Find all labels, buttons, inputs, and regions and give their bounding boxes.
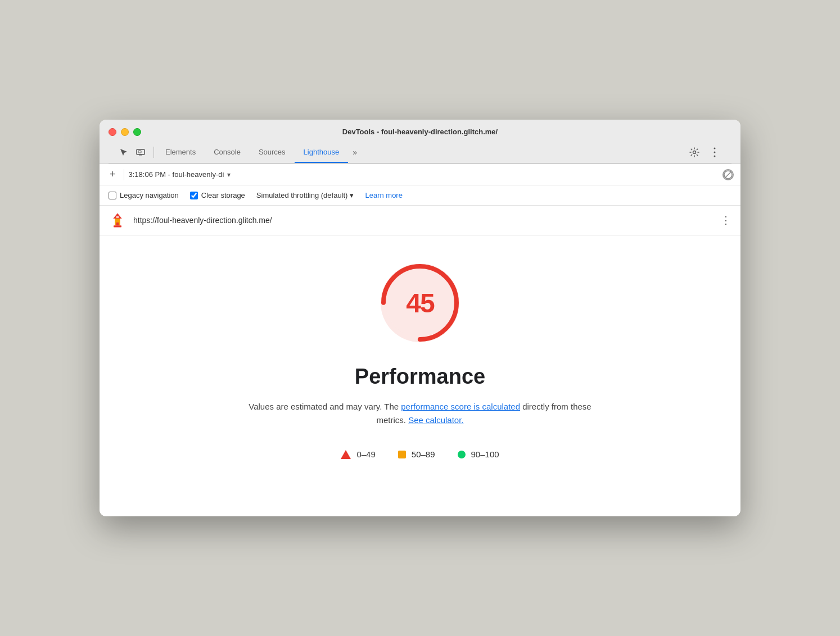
score-gauge: 45 <box>375 258 465 348</box>
url-timestamp-text: 3:18:06 PM - foul-heavenly-di <box>129 170 224 179</box>
calculator-link[interactable]: See calculator. <box>408 415 463 425</box>
tab-console[interactable]: Console <box>205 142 250 163</box>
orange-square-icon <box>398 451 406 458</box>
minimize-button[interactable] <box>121 128 129 136</box>
lighthouse-logo-icon <box>109 211 127 229</box>
svg-rect-0 <box>137 149 144 155</box>
svg-rect-13 <box>116 222 119 225</box>
tabs: Elements Console Sources Lighthouse » <box>156 142 682 162</box>
legend-item-red: 0–49 <box>341 449 375 459</box>
svg-rect-1 <box>139 155 142 156</box>
red-triangle-icon <box>341 450 351 459</box>
tab-divider <box>153 147 154 158</box>
legend-green-range: 90–100 <box>471 449 499 459</box>
svg-rect-12 <box>114 225 121 227</box>
svg-rect-11 <box>116 216 119 218</box>
audit-url-row: https://foul-heavenly-direction.glitch.m… <box>100 206 740 235</box>
more-tabs-button[interactable]: » <box>348 143 362 161</box>
legend-item-orange: 50–89 <box>398 449 435 459</box>
green-circle-icon <box>458 451 466 458</box>
tab-bar-right <box>682 144 727 160</box>
clear-storage-label: Clear storage <box>201 191 245 199</box>
legend-item-green: 90–100 <box>458 449 499 459</box>
learn-more-link[interactable]: Learn more <box>365 191 402 199</box>
devtools-content: + 3:18:06 PM - foul-heavenly-di ▾ Legacy… <box>100 164 740 516</box>
svg-line-8 <box>725 172 731 178</box>
legend-orange-range: 50–89 <box>412 449 435 459</box>
more-options-button[interactable] <box>707 144 722 160</box>
throttling-label: Simulated throttling (default) ▾ <box>256 191 354 199</box>
legacy-nav-label: Legacy navigation <box>120 191 179 199</box>
devtools-icon-group <box>113 142 151 163</box>
desc-before-text: Values are estimated and may vary. The <box>249 402 401 411</box>
add-tab-button[interactable]: + <box>106 169 119 180</box>
svg-rect-2 <box>138 151 141 153</box>
browser-window: DevTools - foul-heavenly-direction.glitc… <box>100 120 740 516</box>
performance-title: Performance <box>355 365 485 389</box>
svg-point-3 <box>693 151 696 154</box>
performance-description: Values are estimated and may vary. The p… <box>246 400 594 427</box>
score-legend: 0–49 50–89 90–100 <box>341 449 499 459</box>
options-row: Legacy navigation Clear storage Simulate… <box>100 185 740 206</box>
legacy-nav-checkbox[interactable]: Legacy navigation <box>109 191 179 199</box>
legacy-nav-input[interactable] <box>109 192 116 199</box>
close-button[interactable] <box>109 128 116 136</box>
clear-storage-input[interactable] <box>190 192 198 199</box>
settings-button[interactable] <box>687 144 702 160</box>
tab-elements[interactable]: Elements <box>156 142 205 163</box>
stop-button[interactable] <box>722 169 734 180</box>
svg-point-5 <box>714 152 716 153</box>
title-bar: DevTools - foul-heavenly-direction.glitc… <box>100 120 740 164</box>
svg-point-6 <box>714 156 716 157</box>
clear-storage-checkbox[interactable]: Clear storage <box>190 191 245 199</box>
audit-url-text: https://foul-heavenly-direction.glitch.m… <box>133 216 714 225</box>
cursor-icon[interactable] <box>118 146 130 158</box>
tab-sources[interactable]: Sources <box>250 142 295 163</box>
url-bar: 3:18:06 PM - foul-heavenly-di ▾ <box>129 170 718 179</box>
device-icon[interactable] <box>134 146 147 158</box>
svg-point-4 <box>714 148 716 149</box>
toolbar-divider <box>124 169 124 180</box>
maximize-button[interactable] <box>133 128 141 136</box>
perf-score-link[interactable]: performance score is calculated <box>401 402 520 411</box>
performance-main-content: 45 Performance Values are estimated and … <box>100 235 740 516</box>
throttling-dropdown-arrow[interactable]: ▾ <box>350 191 354 199</box>
url-dropdown-arrow[interactable]: ▾ <box>227 171 231 179</box>
performance-score: 45 <box>406 288 433 319</box>
window-title: DevTools - foul-heavenly-direction.glitc… <box>342 128 498 136</box>
tab-bar: Elements Console Sources Lighthouse » <box>109 142 731 163</box>
toolbar-row: + 3:18:06 PM - foul-heavenly-di ▾ <box>100 164 740 185</box>
traffic-lights <box>109 128 141 136</box>
legend-red-range: 0–49 <box>356 449 375 459</box>
tab-lighthouse[interactable]: Lighthouse <box>295 142 349 163</box>
audit-url-menu-button[interactable]: ⋮ <box>721 214 731 226</box>
